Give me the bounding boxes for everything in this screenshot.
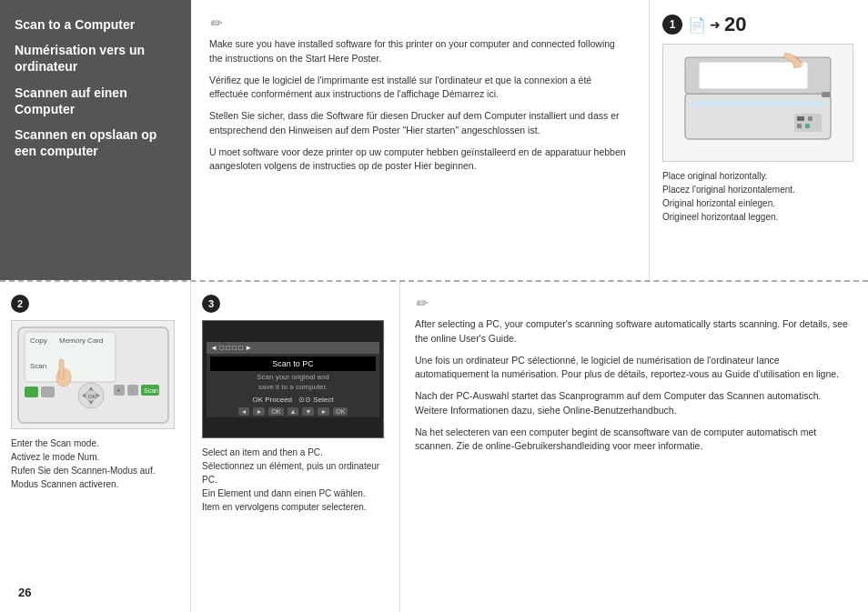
- page: Scan to a Computer Numérisation vers un …: [0, 0, 868, 612]
- arrow-icon: ➜: [710, 17, 721, 32]
- title-fr: Numérisation vers un ordinateur: [15, 42, 177, 75]
- step2-caption: Enter the Scan mode. Activez le mode Num…: [11, 436, 179, 491]
- nav-ok-btn2: OK: [333, 407, 348, 416]
- screen-image: ◄ □ □ □ □ ► Scan to PC Scan your origina…: [202, 320, 384, 438]
- page-number: 26: [18, 586, 31, 599]
- svg-text:Scan: Scan: [30, 362, 46, 370]
- step3-circle: 3: [202, 295, 220, 313]
- step2-caption-3: Modus Scannen activeren.: [11, 477, 179, 491]
- svg-rect-2: [822, 92, 831, 97]
- svg-rect-7: [808, 116, 812, 121]
- step1-header: 1 📄 ➜ 20: [662, 13, 855, 36]
- svg-text:-: -: [130, 386, 133, 395]
- middle-para-1: Vérifiez que le logiciel de l'imprimante…: [209, 74, 631, 103]
- step2-panel: 2 Copy Memory Card: [0, 282, 191, 612]
- screen-inner: ◄ □ □ □ □ ► Scan to PC Scan your origina…: [207, 342, 379, 417]
- nav-up-btn: ▲: [288, 407, 299, 416]
- svg-rect-9: [805, 124, 810, 128]
- step3-caption: Select an item and then a PC. Sélectionn…: [202, 446, 389, 514]
- caption-line-3: Origineel horizontaal leggen.: [662, 210, 855, 224]
- middle-para-0: Make sure you have installed software fo…: [209, 37, 631, 66]
- middle-para-2: Stellen Sie sicher, dass die Software fü…: [209, 109, 631, 138]
- screen-subtitle-0: Scan your original and: [210, 372, 376, 382]
- device-image: Copy Memory Card OK Scan: [11, 320, 175, 429]
- svg-rect-28: [127, 385, 138, 396]
- svg-rect-3: [699, 62, 808, 89]
- screen-bottombar: ◄ ► OK ▲ ▼ ► OK: [207, 406, 379, 417]
- screen-nav: OK Proceed ⊙⊙ Select: [207, 394, 379, 406]
- nav-label: OK Proceed: [252, 396, 292, 404]
- svg-rect-25: [59, 359, 64, 379]
- step3-caption-0: Select an item and then a PC.: [202, 446, 389, 459]
- bottom-note-pencil-icon: ✏: [415, 295, 853, 312]
- step3-caption-1: Sélectionnez un élément, puis un ordinat…: [202, 459, 389, 487]
- step1-caption: Place original horizontally. Placez l'or…: [662, 169, 855, 224]
- nav-ok-btn1: OK: [268, 407, 283, 416]
- step3-caption-2: Ein Element und dann einen PC wählen.: [202, 487, 389, 500]
- bottom-note-panel: ✏ After selecting a PC, your computer's …: [400, 282, 868, 612]
- middle-panel: ✏ Make sure you have installed software …: [191, 0, 650, 280]
- caption-line-0: Place original horizontally.: [662, 169, 855, 183]
- top-section: Scan to a Computer Numérisation vers un …: [0, 0, 868, 282]
- screen-subtitle-1: save it to a computer.: [210, 382, 376, 392]
- bottom-note-para-0: After selecting a PC, your computer's sc…: [415, 317, 853, 346]
- printer-image: [662, 44, 853, 162]
- bottom-note-para-2: Nach der PC-Auswahl startet das Scanprog…: [415, 389, 853, 418]
- svg-rect-8: [797, 124, 802, 128]
- caption-line-2: Original horizontal einlegen.: [662, 196, 855, 210]
- step2-caption-2: Rufen Sie den Scannen-Modus auf.: [11, 464, 179, 477]
- step3-caption-3: Item en vervolgens computer selecteren.: [202, 500, 389, 514]
- caption-line-1: Placez l'original horizontalement.: [662, 183, 855, 196]
- screen-topbar: ◄ □ □ □ □ ►: [207, 342, 379, 354]
- svg-text:Copy: Copy: [30, 336, 47, 345]
- step2-caption-1: Activez le mode Num.: [11, 450, 179, 464]
- right-panel: 1 📄 ➜ 20: [650, 0, 868, 280]
- svg-rect-6: [797, 116, 804, 121]
- bottom-section: 2 Copy Memory Card: [0, 282, 868, 612]
- step2-caption-0: Enter the Scan mode.: [11, 436, 179, 450]
- bottom-note-para-1: Une fois un ordinateur PC sélectionné, l…: [415, 354, 853, 383]
- step3-panel: 3 ◄ □ □ □ □ ► Scan to PC Scan your origi…: [191, 282, 400, 612]
- middle-para-3: U moet software voor deze printer op uw …: [209, 145, 631, 175]
- nav-right-btn: ►: [253, 407, 265, 416]
- left-panel: Scan to a Computer Numérisation vers un …: [0, 0, 191, 280]
- step2-circle: 2: [11, 295, 29, 313]
- svg-text:Memory Card: Memory Card: [59, 336, 103, 345]
- title-nl: Scannen en opslaan op een computer: [15, 126, 177, 159]
- nav-left-btn: ◄: [238, 407, 250, 416]
- book-icon: 📄: [688, 16, 706, 34]
- screen-menu-item-0: Scan to PC: [210, 356, 376, 371]
- topbar-icons: ◄ □ □ □ □ ►: [210, 344, 252, 352]
- svg-text:+: +: [116, 386, 121, 395]
- svg-text:Scan: Scan: [144, 387, 158, 394]
- page-ref: 20: [724, 13, 746, 36]
- svg-rect-14: [25, 386, 38, 397]
- svg-text:OK: OK: [88, 394, 96, 399]
- nav-arrow-right: ►: [318, 407, 329, 416]
- title-de: Scannen auf einen Computer: [15, 85, 177, 117]
- title-en: Scan to a Computer: [15, 16, 177, 33]
- note-pencil-icon: ✏: [209, 15, 631, 32]
- step1-circle: 1: [662, 15, 682, 35]
- svg-rect-15: [41, 386, 55, 397]
- bottom-note-para-3: Na het selecteren van een computer begin…: [415, 426, 853, 455]
- svg-rect-4: [690, 101, 826, 106]
- nav-down-btn: ▼: [302, 407, 314, 416]
